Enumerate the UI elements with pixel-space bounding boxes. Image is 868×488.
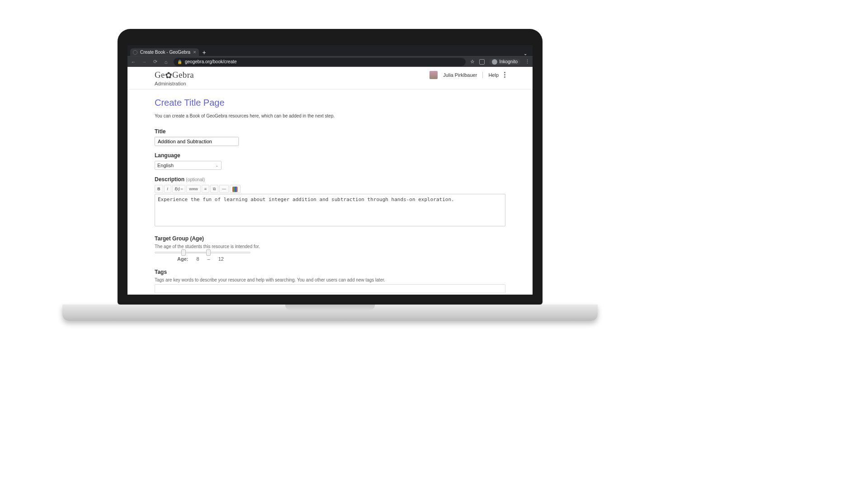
language-select[interactable]: English ⌄ — [155, 161, 222, 170]
lock-icon: 🔒 — [177, 60, 182, 64]
color-swatch-icon — [232, 187, 238, 192]
incognito-badge[interactable]: Inkognito — [489, 59, 520, 65]
italic-button[interactable]: I — [164, 185, 171, 193]
gear-icon: ✿ — [165, 70, 172, 80]
geogebra-logo[interactable]: Ge✿Gebra — [155, 70, 194, 80]
link-button[interactable]: www — [186, 185, 201, 193]
extension-icon[interactable] — [479, 59, 485, 65]
tags-help: Tags are key words to describe your reso… — [155, 277, 505, 282]
new-tab-button[interactable]: + — [199, 49, 210, 56]
title-label: Title — [155, 128, 505, 135]
address-bar[interactable]: 🔒 geogebra.org/book/create — [174, 58, 466, 66]
language-value: English — [157, 163, 174, 168]
age-dash: – — [208, 256, 210, 262]
list-button[interactable]: ≡ — [202, 185, 209, 193]
editor-toolbar: B I f(x) = www ≡ ⧉ — — [155, 185, 505, 193]
target-group-label: Target Group (Age) — [155, 235, 505, 242]
tags-input[interactable] — [155, 284, 505, 293]
title-input[interactable] — [155, 137, 239, 146]
admin-link[interactable]: Administration — [155, 81, 186, 86]
star-icon[interactable]: ☆ — [470, 59, 475, 65]
age-slider[interactable] — [155, 252, 250, 253]
age-max-handle[interactable] — [206, 249, 211, 256]
tabs-dropdown-icon[interactable]: ⌄ — [521, 51, 530, 56]
tab-title: Create Book - GeoGebra — [140, 50, 190, 55]
browser-tab[interactable]: Create Book - GeoGebra × — [130, 48, 199, 56]
color-button[interactable] — [230, 185, 241, 193]
forward-icon[interactable]: → — [141, 59, 147, 65]
user-name[interactable]: Julia Pirklbauer — [443, 72, 477, 78]
url-text: geogebra.org/book/create — [185, 59, 237, 64]
laptop-mockup: Create Book - GeoGebra × + ⌄ ← → ⟳ ⌂ 🔒 g… — [118, 29, 542, 321]
back-icon[interactable]: ← — [130, 59, 137, 65]
page-content: Ge✿Gebra Julia Pirklbauer Help Administr… — [127, 67, 533, 295]
home-icon[interactable]: ⌂ — [163, 59, 169, 65]
description-label: Description (optional) — [155, 176, 505, 183]
formula-button[interactable]: f(x) = — [172, 185, 186, 193]
hr-button[interactable]: — — [219, 185, 229, 193]
age-label: Age: — [177, 256, 188, 262]
age-min-handle[interactable] — [181, 249, 186, 256]
incognito-icon — [492, 59, 497, 65]
age-min: 8 — [196, 256, 199, 262]
help-link[interactable]: Help — [488, 72, 499, 78]
bold-button[interactable]: B — [155, 185, 163, 193]
avatar[interactable] — [429, 71, 438, 79]
page-menu-icon[interactable] — [504, 72, 505, 78]
chevron-down-icon: ⌄ — [215, 163, 219, 168]
close-tab-icon[interactable]: × — [193, 50, 196, 55]
target-group-help: The age of the students this resource is… — [155, 244, 505, 249]
language-label: Language — [155, 152, 505, 159]
browser-chrome: Create Book - GeoGebra × + ⌄ ← → ⟳ ⌂ 🔒 g… — [127, 45, 533, 67]
tab-favicon — [133, 50, 137, 55]
incognito-label: Inkognito — [499, 59, 518, 64]
page-title: Create Title Page — [155, 98, 505, 108]
reload-icon[interactable]: ⟳ — [152, 59, 158, 65]
tags-label: Tags — [155, 269, 505, 275]
quote-button[interactable]: ⧉ — [210, 185, 218, 193]
page-subtitle: You can create a Book of GeoGebra resour… — [155, 113, 505, 118]
age-max: 12 — [218, 256, 224, 262]
browser-menu-icon[interactable]: ⋮ — [525, 59, 530, 65]
description-textarea[interactable]: Experience the fun of learning about int… — [155, 194, 505, 226]
